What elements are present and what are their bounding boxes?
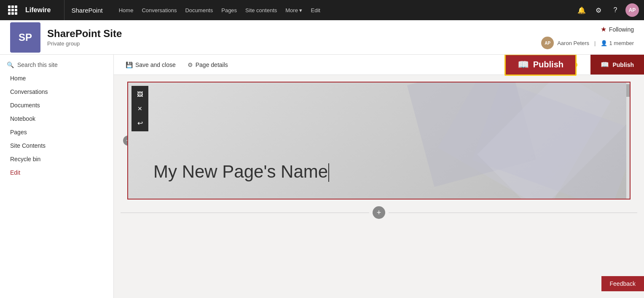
hero-image-tool[interactable]: 🖼 xyxy=(133,88,147,101)
scrollbar-thumb xyxy=(626,84,630,97)
site-name-nav[interactable]: SharePoint xyxy=(64,0,109,20)
nav-link-site-contents[interactable]: Site contents xyxy=(241,0,281,20)
search-icon: 🔍 xyxy=(7,61,14,68)
nav-link-pages[interactable]: Pages xyxy=(217,0,241,20)
sidebar-item-home[interactable]: Home xyxy=(0,72,113,85)
site-header-right: ★ Following AP Aaron Peters | 👤 1 member xyxy=(541,25,634,49)
publish-book-icon: 📖 xyxy=(518,59,529,70)
save-icon: 💾 xyxy=(126,61,133,68)
publish-highlight-button[interactable]: 📖 Publish xyxy=(504,55,577,76)
member-count: 👤 1 member xyxy=(601,40,634,46)
person-icon: 👤 xyxy=(601,40,607,46)
member-avatar: AP xyxy=(541,37,554,49)
save-close-label: Save and close xyxy=(135,61,176,68)
page-title[interactable]: My New Page's Name xyxy=(153,162,604,182)
member-info: AP Aaron Peters | 👤 1 member xyxy=(541,37,634,49)
hero-content: My New Page's Name xyxy=(153,162,604,182)
nav-link-home[interactable]: Home xyxy=(115,0,138,20)
settings-button[interactable]: ⚙ xyxy=(592,3,605,17)
main-layout: 🔍 Search this site Home Conversations Do… xyxy=(0,55,644,298)
top-nav: Lifewire SharePoint Home Conversations D… xyxy=(0,0,644,20)
sidebar-item-notebook[interactable]: Notebook xyxy=(0,112,113,125)
site-header: SP SharePoint Site Private group ★ Follo… xyxy=(0,20,644,55)
help-button[interactable]: ? xyxy=(609,3,622,17)
waffle-button[interactable] xyxy=(5,3,20,18)
star-icon: ★ xyxy=(601,25,606,33)
search-placeholder-text: Search this site xyxy=(17,61,58,68)
sidebar-item-documents[interactable]: Documents xyxy=(0,98,113,112)
sidebar-item-conversations[interactable]: Conversations xyxy=(0,85,113,98)
following-label: Following xyxy=(609,26,634,33)
hero-undo-tool[interactable]: ↩ xyxy=(133,116,147,130)
user-avatar[interactable]: AP xyxy=(625,3,639,17)
toolbar: 💾 Save and close ⚙ Page details 📖 Publis… xyxy=(114,55,644,75)
publish-highlight-label: Publish xyxy=(533,60,564,69)
site-logo: SP xyxy=(10,22,40,53)
site-subtitle: Private group xyxy=(47,40,541,47)
sidebar-item-pages[interactable]: Pages xyxy=(0,125,113,139)
top-nav-right: 🔔 ⚙ ? AP xyxy=(575,3,639,17)
publish-right-button[interactable]: 📖 Publish xyxy=(590,55,644,74)
save-and-close-button[interactable]: 💾 Save and close xyxy=(121,59,181,71)
user-name: Aaron Peters xyxy=(557,40,589,46)
sidebar-item-edit[interactable]: Edit xyxy=(0,166,113,179)
notification-button[interactable]: 🔔 xyxy=(575,3,588,17)
section-divider-right xyxy=(389,213,637,213)
following-button[interactable]: ★ Following xyxy=(601,25,634,33)
sidebar: 🔍 Search this site Home Conversations Do… xyxy=(0,55,114,298)
top-nav-links: Home Conversations Documents Pages Site … xyxy=(115,0,570,20)
add-section-area: + xyxy=(121,206,637,219)
publish-right-label: Publish xyxy=(612,61,634,68)
hero-scrollbar[interactable] xyxy=(626,82,630,199)
page-details-label: Page details xyxy=(196,61,228,68)
sidebar-item-recycle-bin[interactable]: Recycle bin xyxy=(0,152,113,166)
add-section-button[interactable]: + xyxy=(373,206,385,219)
content-area: 💾 Save and close ⚙ Page details 📖 Publis… xyxy=(114,55,644,298)
text-cursor xyxy=(328,163,329,182)
app-name: Lifewire xyxy=(25,6,51,14)
page-editor[interactable]: + 🖼 ✕ ↩ xyxy=(114,75,644,298)
hero-section: 🖼 ✕ ↩ My New Page's Name xyxy=(127,82,631,200)
nav-link-conversations[interactable]: Conversations xyxy=(137,0,181,20)
search-box[interactable]: 🔍 Search this site xyxy=(0,58,113,72)
hero-close-tool[interactable]: ✕ xyxy=(133,102,147,115)
site-info: SharePoint Site Private group xyxy=(47,28,541,47)
section-divider-left xyxy=(121,213,369,213)
nav-link-edit[interactable]: Edit xyxy=(307,0,325,20)
nav-link-documents[interactable]: Documents xyxy=(181,0,217,20)
separator: | xyxy=(594,40,596,46)
publish-right-book-icon: 📖 xyxy=(601,61,609,69)
avatar-initials: AP xyxy=(629,7,636,13)
nav-link-more[interactable]: More ▾ xyxy=(281,0,306,20)
settings-gear-icon: ⚙ xyxy=(188,61,193,68)
hero-container: + 🖼 ✕ ↩ xyxy=(121,82,637,200)
page-details-button[interactable]: ⚙ Page details xyxy=(182,59,233,71)
site-title: SharePoint Site xyxy=(47,28,541,40)
sidebar-item-site-contents[interactable]: Site Contents xyxy=(0,139,113,152)
feedback-button[interactable]: Feedback xyxy=(601,276,644,291)
hero-toolbar: 🖼 ✕ ↩ xyxy=(131,86,148,131)
